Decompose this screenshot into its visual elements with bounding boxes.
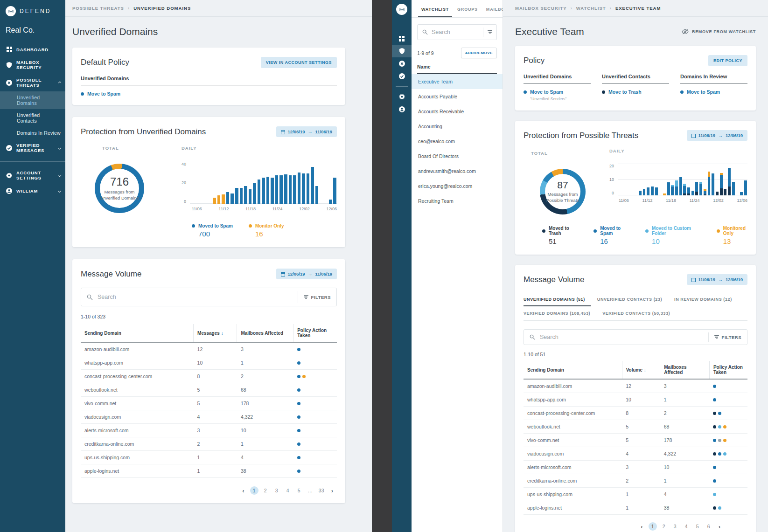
column-header[interactable]: Mailboxes Affected: [660, 361, 710, 379]
tab-verified[interactable]: VERIFIED DOMAINS (108,453): [524, 306, 596, 320]
bar[interactable]: [298, 173, 300, 204]
column-header[interactable]: Policy Action Taken: [709, 361, 747, 379]
stacked-bar[interactable]: [744, 180, 747, 195]
stacked-bar[interactable]: [732, 182, 735, 195]
column-header[interactable]: Sending Domain: [524, 361, 622, 379]
bar[interactable]: [222, 194, 224, 204]
date-range-picker[interactable]: 12/06/19 → 11/06/19: [276, 269, 337, 279]
sidebar-item-mailbox-security[interactable]: MAILBOX SECURITY: [0, 56, 65, 74]
rail-possible-threats-x-circle-icon[interactable]: [392, 57, 412, 70]
sidebar-item-unverified-domains[interactable]: Unverified Domains: [0, 91, 65, 109]
page-button[interactable]: 3: [272, 486, 281, 495]
bar[interactable]: [240, 188, 243, 204]
bar[interactable]: [329, 200, 332, 204]
sidebar-item-possible-threats[interactable]: POSSIBLE THREATS: [0, 74, 65, 91]
bar[interactable]: [289, 175, 292, 204]
watchlist-item[interactable]: Accounting: [412, 119, 503, 134]
watchlist-item[interactable]: Board Of Directors: [412, 149, 503, 164]
rail-user-person-icon[interactable]: [392, 103, 412, 116]
date-range-picker[interactable]: 11/06/19 → 12/06/19: [687, 130, 747, 141]
date-range-picker[interactable]: 11/06/19 → 12/06/19: [687, 274, 747, 285]
stacked-bar[interactable]: [647, 187, 649, 195]
watchlist-item[interactable]: ceo@realco.com: [412, 134, 503, 149]
page-button[interactable]: 5: [693, 522, 702, 531]
stacked-bar[interactable]: [724, 189, 726, 195]
tab-unverified[interactable]: UNVERIFIED CONTACTS (23): [597, 292, 668, 306]
watchlist-search-input[interactable]: [432, 29, 483, 35]
page-button[interactable]: 2: [660, 522, 668, 531]
table-row[interactable]: alerts-microsoft.com310: [524, 461, 747, 474]
table-row[interactable]: weboutlook.net568: [81, 383, 337, 397]
bar[interactable]: [235, 188, 238, 204]
watchlist-item[interactable]: erica.young@realco.com: [412, 179, 503, 193]
watchlist-filter-button[interactable]: [483, 30, 496, 35]
bar[interactable]: [279, 175, 282, 204]
stacked-bar[interactable]: [643, 189, 646, 195]
bar[interactable]: [258, 180, 260, 204]
view-in-account-settings-button[interactable]: VIEW IN ACCOUNT SETTINGS: [261, 57, 337, 68]
stacked-bar[interactable]: [695, 182, 698, 195]
tab-watchlist[interactable]: WATCHLIST: [418, 0, 452, 17]
watchlist-item[interactable]: andrew.smith@realco.com: [412, 164, 503, 179]
stacked-bar[interactable]: [687, 187, 690, 195]
bar[interactable]: [213, 198, 216, 204]
breadcrumb-mailbox-security[interactable]: MAILBOX SECURITY: [515, 6, 566, 11]
watchlist-item[interactable]: Accounts Payable: [412, 89, 503, 104]
column-header[interactable]: Sending Domain: [81, 324, 194, 342]
bar[interactable]: [315, 186, 318, 204]
watchlist-item[interactable]: Executive Team: [412, 74, 503, 89]
column-header[interactable]: Mailboxes Affected: [237, 324, 293, 342]
stacked-bar[interactable]: [699, 182, 702, 195]
stacked-bar[interactable]: [720, 173, 723, 195]
bar[interactable]: [333, 178, 336, 204]
bar[interactable]: [271, 178, 273, 204]
bar[interactable]: [217, 195, 220, 204]
page-button[interactable]: 5: [295, 486, 303, 495]
search-input[interactable]: [98, 294, 298, 300]
bar[interactable]: [244, 186, 247, 204]
rail-settings-gear-icon[interactable]: [392, 90, 412, 103]
table-row[interactable]: apple-logins.net138: [524, 501, 747, 515]
stacked-bar[interactable]: [663, 193, 666, 195]
table-row[interactable]: viadocusign.com44,322: [524, 447, 747, 461]
app-logo[interactable]: DEFEND: [0, 0, 65, 18]
rail-mailbox-security-shield-icon[interactable]: [392, 45, 412, 57]
tab-in[interactable]: IN REVIEW DOMAINS (12): [674, 292, 738, 306]
table-row[interactable]: viadocusign.com44,322: [81, 410, 337, 424]
filters-button[interactable]: FILTERS: [709, 335, 747, 340]
bar[interactable]: [262, 178, 265, 204]
page-button[interactable]: 6: [705, 522, 713, 531]
sidebar-item-user-william[interactable]: WILLIAM: [0, 184, 65, 198]
table-row[interactable]: alerts-microsoft.com310: [81, 424, 337, 437]
stacked-bar[interactable]: [728, 168, 731, 195]
page-button[interactable]: 33: [317, 486, 326, 495]
stacked-bar[interactable]: [704, 189, 706, 195]
bar[interactable]: [302, 173, 305, 204]
page-button[interactable]: 2: [261, 486, 270, 495]
sidebar-item-account-settings[interactable]: ACCOUNT SETTINGS: [0, 166, 65, 184]
bar[interactable]: [230, 193, 233, 204]
bar[interactable]: [284, 174, 287, 204]
bar[interactable]: [249, 189, 251, 204]
tab-unverified[interactable]: UNVERIFIED DOMAINS (51): [524, 292, 591, 306]
bar[interactable]: [226, 192, 229, 204]
table-row[interactable]: concast-processing-center.com82: [81, 370, 337, 383]
rail-verified-messages-check-circle-icon[interactable]: [392, 70, 412, 83]
stacked-bar[interactable]: [639, 191, 642, 195]
watchlist-item[interactable]: Recruiting Team: [412, 193, 503, 208]
table-row[interactable]: ups-us-shipping.com14: [524, 488, 747, 501]
date-range-picker[interactable]: 12/06/19 → 11/06/19: [276, 126, 337, 137]
next-page-button[interactable]: ›: [716, 523, 723, 530]
tab-verified[interactable]: VERIFIED CONTACTS (50,333): [602, 306, 676, 320]
table-row[interactable]: ups-us-shipping.com14: [81, 451, 337, 464]
page-button[interactable]: 4: [682, 522, 691, 531]
breadcrumb-possible-threats[interactable]: POSSIBLE THREATS: [72, 6, 124, 11]
sidebar-item-unverified-contacts[interactable]: Unverified Contacts: [0, 109, 65, 127]
column-header[interactable]: Volume ↓: [622, 361, 660, 379]
table-row[interactable]: weboutlook.net568: [524, 420, 747, 434]
stacked-bar[interactable]: [683, 184, 686, 195]
stacked-bar[interactable]: [716, 192, 719, 196]
stacked-bar[interactable]: [740, 192, 743, 195]
watchlist-item[interactable]: Accounts Receivable: [412, 104, 503, 119]
stacked-bar[interactable]: [651, 187, 654, 195]
